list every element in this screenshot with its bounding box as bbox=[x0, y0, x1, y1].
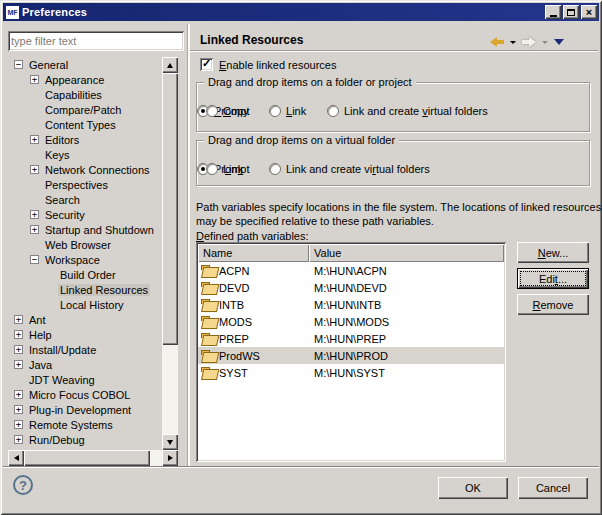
expand-icon[interactable]: + bbox=[14, 360, 23, 369]
radio-link-folder[interactable]: Link bbox=[269, 105, 306, 117]
view-menu-icon[interactable] bbox=[554, 39, 564, 45]
tree-item-search[interactable]: Search bbox=[8, 192, 162, 207]
tree-item-java[interactable]: +Java bbox=[8, 357, 162, 372]
collapse-icon[interactable]: − bbox=[14, 60, 23, 69]
tree-item-perspectives[interactable]: Perspectives bbox=[8, 177, 162, 192]
radio-icon[interactable] bbox=[206, 105, 218, 117]
tree-item-editors[interactable]: +Editors bbox=[8, 132, 162, 147]
tree-item-capabilities[interactable]: Capabilities bbox=[8, 87, 162, 102]
expand-icon[interactable]: + bbox=[14, 345, 23, 354]
variable-value: M:\HUN\SYST bbox=[309, 367, 504, 379]
folder-icon bbox=[201, 282, 216, 293]
tree-vertical-scrollbar[interactable] bbox=[162, 57, 178, 450]
tree-item-plug-in-development[interactable]: +Plug-in Development bbox=[8, 402, 162, 417]
folder-icon bbox=[201, 265, 216, 276]
close-button[interactable]: × bbox=[581, 5, 597, 19]
radio-icon[interactable] bbox=[327, 105, 339, 117]
folder-group-legend: Drag and drop items on a folder or proje… bbox=[204, 76, 416, 88]
radio-icon[interactable] bbox=[269, 105, 281, 117]
tree-item-build-order[interactable]: Build Order bbox=[8, 267, 162, 282]
new-button-label: New... bbox=[538, 247, 569, 259]
path-variables-description: Path variables specify locations in the … bbox=[196, 200, 602, 228]
tree-content-sash[interactable] bbox=[187, 24, 190, 466]
tree-horizontal-scrollbar[interactable] bbox=[8, 450, 178, 466]
table-row-intb[interactable]: INTBM:\HUN\INTB bbox=[198, 296, 504, 313]
scroll-right-button[interactable] bbox=[162, 450, 178, 466]
radio-link-create-virtual[interactable]: Link and create virtual folders bbox=[269, 163, 430, 175]
edit-button[interactable]: Edit... bbox=[517, 268, 589, 289]
expand-icon[interactable]: + bbox=[14, 390, 23, 399]
tree-item-linked-resources[interactable]: Linked Resources bbox=[8, 282, 162, 297]
tree-item-security[interactable]: +Security bbox=[8, 207, 162, 222]
preference-tree: −General+AppearanceCapabilitiesCompare/P… bbox=[8, 57, 162, 450]
help-button[interactable]: ? bbox=[13, 475, 33, 495]
scroll-left-icon bbox=[14, 455, 19, 461]
tree-item-keys[interactable]: Keys bbox=[8, 147, 162, 162]
forward-icon[interactable] bbox=[522, 37, 536, 47]
expand-icon[interactable]: + bbox=[14, 330, 23, 339]
tree-item-label: Compare/Patch bbox=[43, 104, 123, 116]
page-title: Linked Resources bbox=[200, 33, 303, 47]
maximize-button[interactable] bbox=[563, 5, 579, 19]
checkbox-icon[interactable]: ✓ bbox=[200, 58, 213, 71]
table-row-mods[interactable]: MODSM:\HUN\MODS bbox=[198, 313, 504, 330]
remove-button[interactable]: Remove bbox=[517, 294, 589, 315]
tree-item-remote-systems[interactable]: +Remote Systems bbox=[8, 417, 162, 432]
tree-item-jdt-weaving[interactable]: JDT Weaving bbox=[8, 372, 162, 387]
expand-icon[interactable]: + bbox=[30, 210, 39, 219]
tree-item-ant[interactable]: +Ant bbox=[8, 312, 162, 327]
tree-item-install-update[interactable]: +Install/Update bbox=[8, 342, 162, 357]
tree-item-run-debug[interactable]: +Run/Debug bbox=[8, 432, 162, 447]
scroll-left-button[interactable] bbox=[8, 450, 24, 466]
tree-item-appearance[interactable]: +Appearance bbox=[8, 72, 162, 87]
tree-item-content-types[interactable]: Content Types bbox=[8, 117, 162, 132]
expand-icon[interactable]: + bbox=[14, 420, 23, 429]
radio-link-virtual[interactable]: Link bbox=[206, 163, 243, 175]
radio-icon[interactable] bbox=[269, 163, 281, 175]
expand-icon[interactable]: + bbox=[14, 315, 23, 324]
column-header-name[interactable]: Name bbox=[198, 244, 309, 262]
table-row-syst[interactable]: SYSTM:\HUN\SYST bbox=[198, 364, 504, 381]
tree-hscroll-thumb[interactable] bbox=[24, 450, 150, 466]
radio-icon[interactable] bbox=[206, 163, 218, 175]
path-variables-table[interactable]: Name Value ACPNM:\HUN\ACPNDEVDM:\HUN\DEV… bbox=[196, 242, 506, 462]
scroll-down-button[interactable] bbox=[162, 434, 178, 450]
tree-item-local-history[interactable]: Local History bbox=[8, 297, 162, 312]
expand-icon[interactable]: + bbox=[30, 225, 39, 234]
tree-item-network-connections[interactable]: +Network Connections bbox=[8, 162, 162, 177]
tree-item-micro-focus-cobol[interactable]: +Micro Focus COBOL bbox=[8, 387, 162, 402]
tree-item-compare-patch[interactable]: Compare/Patch bbox=[8, 102, 162, 117]
tree-item-startup-and-shutdown[interactable]: +Startup and Shutdown bbox=[8, 222, 162, 237]
tree-scroll-thumb[interactable] bbox=[162, 73, 178, 345]
scroll-up-button[interactable] bbox=[162, 57, 178, 73]
table-row-prodws[interactable]: ProdWSM:\HUN\PROD bbox=[198, 347, 504, 364]
tree-item-workspace[interactable]: −Workspace bbox=[8, 252, 162, 267]
tree-item-help[interactable]: +Help bbox=[8, 327, 162, 342]
minimize-button[interactable] bbox=[545, 5, 561, 19]
cancel-button[interactable]: Cancel bbox=[518, 477, 588, 499]
forward-dropdown-icon[interactable] bbox=[542, 41, 548, 44]
expand-icon[interactable]: + bbox=[14, 435, 23, 444]
tree-item-web-browser[interactable]: Web Browser bbox=[8, 237, 162, 252]
back-icon[interactable] bbox=[490, 37, 504, 47]
new-button[interactable]: New... bbox=[517, 242, 589, 263]
table-row-devd[interactable]: DEVDM:\HUN\DEVD bbox=[198, 279, 504, 296]
radio-copy[interactable]: Copy bbox=[206, 105, 249, 117]
tree-item-general[interactable]: −General bbox=[8, 57, 162, 72]
expand-icon[interactable]: + bbox=[30, 75, 39, 84]
radio-link-virtual-folder[interactable]: Link and create virtual folders bbox=[327, 105, 488, 117]
back-dropdown-icon[interactable] bbox=[510, 41, 516, 44]
column-header-value[interactable]: Value bbox=[309, 244, 504, 262]
expand-icon[interactable]: + bbox=[30, 165, 39, 174]
enable-linked-resources-checkbox[interactable]: ✓ Enable linked resources bbox=[200, 58, 336, 71]
table-row-prep[interactable]: PREPM:\HUN\PREP bbox=[198, 330, 504, 347]
radio-label: Link bbox=[223, 163, 243, 175]
footer-separator bbox=[3, 466, 599, 468]
filter-input[interactable] bbox=[11, 34, 179, 48]
expand-icon[interactable]: + bbox=[14, 405, 23, 414]
title-bar[interactable]: MF Preferences × bbox=[3, 3, 599, 21]
table-row-acpn[interactable]: ACPNM:\HUN\ACPN bbox=[198, 262, 504, 279]
collapse-icon[interactable]: − bbox=[30, 255, 39, 264]
expand-icon[interactable]: + bbox=[30, 135, 39, 144]
ok-button[interactable]: OK bbox=[438, 477, 508, 499]
